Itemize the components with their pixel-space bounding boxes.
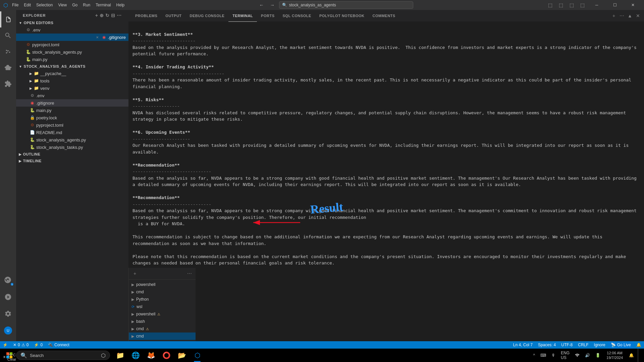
taskbar-mic[interactable]: 🎙 <box>549 349 557 362</box>
more-terminals-button[interactable]: ⋯ <box>619 12 625 19</box>
nav-forward-button[interactable]: → <box>268 1 276 9</box>
status-eol[interactable]: CRLF <box>575 341 591 349</box>
open-file-pyproject[interactable]: ⚙ pyproject.toml <box>16 41 128 48</box>
layout-sidebar-icon[interactable]: ⬚ <box>546 1 554 9</box>
taskbar-file-explorer[interactable]: 📁 <box>113 349 127 362</box>
more-actions-icon[interactable]: ⋯ <box>117 13 122 18</box>
tab-comments[interactable]: COMMENTS <box>368 10 399 22</box>
terminal-item-python[interactable]: ▶ Python <box>129 296 196 303</box>
activity-extensions-icon[interactable] <box>0 76 16 92</box>
terminal-item-powershell-2[interactable]: ▶ powershell ⚠ <box>129 310 196 318</box>
menu-view[interactable]: View <box>58 3 67 7</box>
title-search-bar[interactable]: 🔍 stock_analysis_as_agents <box>279 1 413 9</box>
terminal-item-powershell-1[interactable]: ▶ powershell <box>129 281 196 288</box>
layout-panel-icon[interactable]: ⬚ <box>568 1 576 9</box>
timeline-section[interactable]: ▶ TIMELINE <box>16 158 128 164</box>
open-editors-section[interactable]: ▼ OPEN EDITORS <box>16 19 128 26</box>
folder-pycache[interactable]: ▶ 📁 __pycache__ <box>16 70 128 77</box>
open-file-gitignore[interactable]: ✕ ◉ .gitignore <box>16 34 128 41</box>
taskbar-edge[interactable]: 🌐 <box>128 349 143 362</box>
taskbar-search-bar[interactable]: 🔍 Search ⬡ <box>16 351 110 360</box>
taskbar-opera[interactable]: ⭕ <box>159 349 174 362</box>
taskbar-folder[interactable]: 📂 <box>174 349 189 362</box>
menu-edit[interactable]: Edit <box>24 3 31 7</box>
activity-run-debug-icon[interactable] <box>0 60 16 76</box>
activity-avatar-icon[interactable]: U <box>0 322 16 339</box>
terminal-content[interactable]: **3. Market Sentiment** ----------------… <box>128 22 644 268</box>
activity-source-control-icon[interactable] <box>0 44 16 60</box>
file-stock-tasks[interactable]: 🐍 stock_analysis_tasks.py <box>16 143 128 151</box>
weather-widget[interactable]: ☀ 29°C Clear <box>3 353 16 362</box>
open-file-env[interactable]: ⚙ .env <box>16 26 128 34</box>
activity-search-icon[interactable] <box>0 27 16 44</box>
file-env[interactable]: ⚙ .env <box>16 92 128 99</box>
menu-run[interactable]: Run <box>83 3 90 7</box>
file-stock-agents[interactable]: 🐍 stock_analysis_agents.py <box>16 136 128 143</box>
activity-settings-icon[interactable] <box>0 306 16 322</box>
taskbar-battery[interactable]: 🔋 <box>593 349 602 362</box>
new-terminal-button[interactable]: + <box>610 12 617 19</box>
file-pyproject-toml[interactable]: ⚙ pyproject.toml <box>16 121 128 129</box>
taskbar-language[interactable]: ENGUS <box>559 349 572 362</box>
taskbar-clock[interactable]: 12:06 AM 19/7/2024 <box>604 349 626 362</box>
new-folder-icon[interactable]: ⊕ <box>100 13 104 18</box>
menu-help[interactable]: Help <box>116 3 125 7</box>
close-gitignore-icon[interactable]: ✕ <box>95 35 100 40</box>
status-spaces[interactable]: Spaces: 4 <box>535 341 558 349</box>
file-main-py[interactable]: 🐍 main.py <box>16 107 128 114</box>
terminal-item-bash[interactable]: ▶ bash <box>129 318 196 325</box>
close-button[interactable]: ✕ <box>625 0 641 10</box>
terminal-item-wsl[interactable]: ⟳ wsl <box>129 303 196 310</box>
close-panel-button[interactable]: ✕ <box>635 12 641 19</box>
tab-ports[interactable]: PORTS <box>257 10 278 22</box>
taskbar-chevron[interactable]: ^ <box>531 349 537 362</box>
layout-editor-icon[interactable]: ⬚ <box>557 1 565 9</box>
nav-back-button[interactable]: ← <box>258 1 266 9</box>
folder-venv[interactable]: ▶ 📁 venv <box>16 84 128 92</box>
refresh-icon[interactable]: ↻ <box>105 13 110 18</box>
status-bell[interactable]: 🔔 <box>634 341 644 349</box>
status-language[interactable]: Ignore <box>591 341 608 349</box>
open-file-agents[interactable]: 🐍 stock_analysis_agents.py <box>16 48 128 56</box>
status-encoding[interactable]: UTF-8 <box>558 341 575 349</box>
status-errors[interactable]: ✕ 0 ⚠ 0 <box>10 341 31 349</box>
file-readme[interactable]: 📄 README.md <box>16 129 128 136</box>
menu-go[interactable]: Go <box>72 3 77 7</box>
minimize-button[interactable]: ─ <box>589 0 604 10</box>
taskbar-firefox[interactable]: 🦊 <box>144 349 158 362</box>
tab-terminal[interactable]: TERMINAL <box>228 10 257 22</box>
tab-sql-console[interactable]: SQL CONSOLE <box>279 10 315 22</box>
file-gitignore[interactable]: ◉ .gitignore <box>16 99 128 107</box>
file-poetry-lock[interactable]: 🔒 poetry.lock <box>16 114 128 121</box>
folder-tools[interactable]: ▶ 📁 tools <box>16 77 128 84</box>
activity-explorer-icon[interactable] <box>0 11 16 27</box>
more-options-icon[interactable]: ⋯ <box>186 270 193 277</box>
activity-remote-icon[interactable]: 1 <box>0 272 16 288</box>
maximize-button[interactable]: ☐ <box>607 0 623 10</box>
tab-debug-console[interactable]: DEBUG CONSOLE <box>186 10 229 22</box>
taskbar-keyboard[interactable]: ⌨ <box>538 349 548 362</box>
new-file-icon[interactable]: + <box>95 13 98 18</box>
maximize-panel-button[interactable]: ▲ <box>627 12 633 19</box>
taskbar-volume[interactable]: 🔊 <box>583 349 592 362</box>
project-section[interactable]: ▼ STOCK_ANALYSIS_AS_AGENTS <box>16 63 128 70</box>
status-info[interactable]: ⚡ 0 <box>31 341 45 349</box>
taskbar-wifi[interactable] <box>573 349 582 362</box>
taskbar-show-desktop[interactable] <box>637 349 639 362</box>
taskbar-vscode[interactable]: ⬡ <box>190 349 205 362</box>
status-connect[interactable]: 🔌 Connect <box>45 341 72 349</box>
open-file-main[interactable]: 🐍 main.py <box>16 56 128 63</box>
tab-problems[interactable]: PROBLEMS <box>131 10 161 22</box>
taskbar-notification[interactable]: 🔔 <box>627 349 636 362</box>
add-terminal-button[interactable]: + <box>131 270 138 277</box>
status-cursor[interactable]: Ln 4, Col 7 <box>511 341 535 349</box>
terminal-item-cmd-1[interactable]: ▶ cmd <box>129 288 196 296</box>
menu-selection[interactable]: Selection <box>36 3 53 7</box>
layout-full-icon[interactable]: ⬚ <box>578 1 586 9</box>
collapse-icon[interactable]: ⊟ <box>111 13 115 18</box>
tab-polyglot[interactable]: POLYGLOT NOTEBOOK <box>315 10 369 22</box>
terminal-item-cmd-2[interactable]: ▶ cmd ⚠ <box>129 325 196 333</box>
tab-output[interactable]: OUTPUT <box>161 10 185 22</box>
outline-section[interactable]: ▶ OUTLINE <box>16 151 128 158</box>
menu-file[interactable]: File <box>12 3 18 7</box>
